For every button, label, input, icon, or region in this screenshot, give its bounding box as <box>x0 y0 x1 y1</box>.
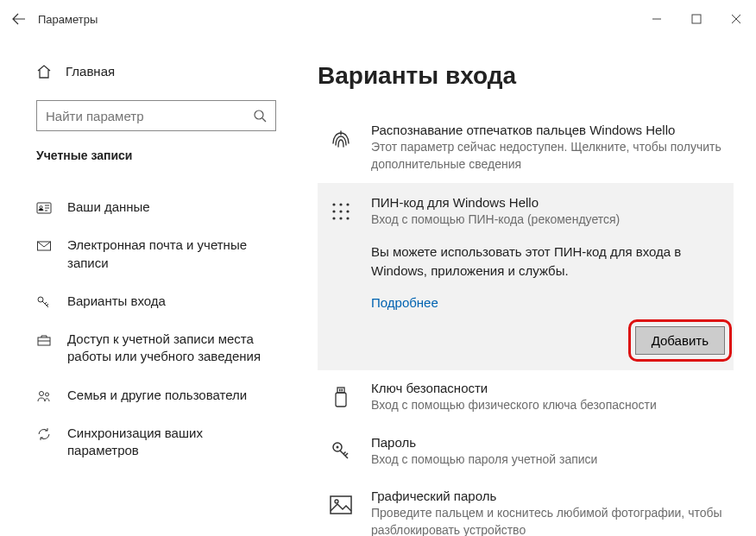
back-arrow-icon <box>12 12 26 26</box>
svg-point-13 <box>339 211 342 213</box>
option-picture-password[interactable]: Графический пароль Проведите пальцем и к… <box>318 478 734 536</box>
option-sub: Вход с помощью ПИН-кода (рекомендуется) <box>371 211 725 229</box>
svg-rect-21 <box>342 389 343 392</box>
briefcase-icon <box>36 332 52 348</box>
option-sub: Вход с помощью физического ключа безопас… <box>371 397 725 414</box>
maximize-icon <box>691 14 702 24</box>
main-content: Варианты входа Распознавание отпечатков … <box>302 38 756 536</box>
learn-more-link[interactable]: Подробнее <box>371 295 438 310</box>
option-title: Пароль <box>371 435 725 450</box>
sidebar-item-sync[interactable]: Синхронизация ваших параметров <box>36 414 276 470</box>
option-pin[interactable]: ПИН-код для Windows Hello Вход с помощью… <box>318 183 734 370</box>
close-button[interactable] <box>716 0 756 38</box>
app-title: Параметры <box>38 13 98 26</box>
person-card-icon <box>36 200 52 216</box>
key-icon <box>326 437 356 466</box>
search-box[interactable] <box>36 100 276 131</box>
sidebar-section-heading: Учетные записи <box>36 148 276 162</box>
svg-point-17 <box>346 218 349 220</box>
sidebar-item-label: Ваши данные <box>67 199 150 216</box>
sidebar-home-label: Главная <box>66 64 115 79</box>
picture-icon <box>326 490 356 520</box>
search-icon <box>253 109 267 123</box>
back-button[interactable] <box>0 0 38 38</box>
sidebar-item-your-info[interactable]: Ваши данные <box>36 188 276 226</box>
mail-icon <box>36 238 52 254</box>
minimize-button[interactable] <box>637 0 677 38</box>
svg-rect-19 <box>336 393 346 407</box>
svg-point-8 <box>46 393 49 396</box>
svg-point-3 <box>40 206 42 209</box>
sync-icon <box>36 426 52 442</box>
minimize-icon <box>652 14 662 24</box>
svg-point-15 <box>332 218 335 220</box>
svg-point-12 <box>332 211 335 213</box>
sidebar-item-family[interactable]: Семья и другие пользователи <box>36 376 276 414</box>
sidebar-item-work-access[interactable]: Доступ к учетной записи места работы или… <box>36 320 276 376</box>
pin-keypad-icon <box>326 197 356 226</box>
option-desc: Вы можете использовать этот ПИН-код для … <box>371 243 725 281</box>
close-icon <box>731 14 741 24</box>
option-title: ПИН-код для Windows Hello <box>371 195 725 210</box>
svg-point-11 <box>346 204 349 206</box>
sidebar-item-signin-options[interactable]: Варианты входа <box>36 282 276 320</box>
option-password[interactable]: Пароль Вход с помощью пароля учетной зап… <box>318 425 734 479</box>
svg-rect-18 <box>337 388 344 393</box>
svg-point-23 <box>337 445 339 448</box>
sidebar-item-label: Электронная почта и учетные записи <box>67 236 276 272</box>
svg-point-9 <box>332 204 335 206</box>
sidebar: Главная Учетные записи Ваши данные Элект… <box>0 38 302 536</box>
page-title: Варианты входа <box>318 62 734 90</box>
maximize-button[interactable] <box>677 0 716 38</box>
option-title: Ключ безопасности <box>371 381 725 395</box>
svg-rect-0 <box>692 15 701 23</box>
fingerprint-icon <box>326 124 356 154</box>
usb-key-icon <box>326 382 356 412</box>
svg-rect-24 <box>331 496 351 514</box>
option-sub: Этот параметр сейчас недоступен. Щелкнит… <box>371 139 725 173</box>
sidebar-item-label: Варианты входа <box>67 293 166 310</box>
sidebar-item-label: Семья и другие пользователи <box>67 387 247 404</box>
people-icon <box>36 388 52 404</box>
option-title: Графический пароль <box>371 489 725 503</box>
key-icon <box>36 294 52 310</box>
svg-point-14 <box>346 211 349 213</box>
sidebar-home[interactable]: Главная <box>36 62 276 79</box>
option-sub: Вход с помощью пароля учетной записи <box>371 451 725 469</box>
svg-rect-20 <box>339 389 341 392</box>
home-icon <box>36 64 52 79</box>
add-button[interactable]: Добавить <box>635 326 725 355</box>
option-security-key[interactable]: Ключ безопасности Вход с помощью физичес… <box>318 370 734 425</box>
sidebar-item-email[interactable]: Электронная почта и учетные записи <box>36 226 276 282</box>
svg-point-1 <box>255 110 263 119</box>
svg-point-16 <box>339 218 342 220</box>
sidebar-item-label: Доступ к учетной записи места работы или… <box>67 331 276 366</box>
svg-point-7 <box>40 391 44 395</box>
title-bar: Параметры <box>0 0 756 38</box>
sidebar-item-label: Синхронизация ваших параметров <box>67 425 276 460</box>
window-controls <box>637 0 756 38</box>
option-fingerprint[interactable]: Распознавание отпечатков пальцев Windows… <box>318 112 734 183</box>
svg-point-10 <box>339 204 342 206</box>
search-input[interactable] <box>46 109 253 123</box>
option-sub: Проведите пальцем и коснитесь любимой фо… <box>371 505 725 536</box>
svg-point-25 <box>335 500 338 503</box>
option-title: Распознавание отпечатков пальцев Windows… <box>371 123 725 137</box>
